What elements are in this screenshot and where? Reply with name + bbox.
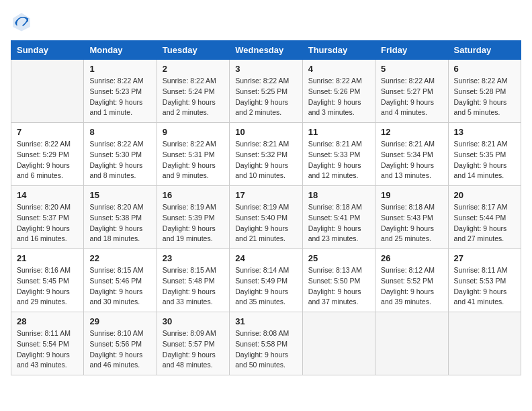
calendar-table: SundayMondayTuesdayWednesdayThursdayFrid… — [11, 40, 521, 375]
calendar-cell: 7Sunrise: 8:22 AMSunset: 5:29 PMDaylight… — [11, 123, 84, 186]
cell-info: Sunrise: 8:21 AMSunset: 5:33 PMDaylight:… — [308, 139, 369, 181]
calendar-cell: 19Sunrise: 8:18 AMSunset: 5:43 PMDayligh… — [375, 186, 448, 249]
day-number: 3 — [235, 64, 296, 74]
calendar-cell: 20Sunrise: 8:17 AMSunset: 5:44 PMDayligh… — [448, 186, 521, 249]
calendar-cell: 6Sunrise: 8:22 AMSunset: 5:28 PMDaylight… — [448, 60, 521, 123]
calendar-cell: 15Sunrise: 8:20 AMSunset: 5:38 PMDayligh… — [84, 186, 157, 249]
weekday-header-tuesday: Tuesday — [157, 41, 229, 60]
cell-info: Sunrise: 8:22 AMSunset: 5:24 PMDaylight:… — [163, 76, 224, 118]
day-number: 5 — [381, 64, 442, 74]
weekday-header-thursday: Thursday — [302, 41, 375, 60]
logo — [11, 11, 36, 32]
weekday-header-sunday: Sunday — [11, 41, 84, 60]
day-number: 7 — [17, 127, 78, 137]
calendar-cell: 23Sunrise: 8:15 AMSunset: 5:48 PMDayligh… — [157, 249, 229, 312]
calendar-cell — [302, 312, 375, 375]
day-number: 30 — [163, 316, 224, 326]
weekday-header-saturday: Saturday — [448, 41, 521, 60]
calendar-cell: 1Sunrise: 8:22 AMSunset: 5:23 PMDaylight… — [84, 60, 157, 123]
page-header — [11, 11, 521, 32]
calendar-cell: 21Sunrise: 8:16 AMSunset: 5:45 PMDayligh… — [11, 249, 84, 312]
calendar-cell: 14Sunrise: 8:20 AMSunset: 5:37 PMDayligh… — [11, 186, 84, 249]
cell-info: Sunrise: 8:15 AMSunset: 5:46 PMDaylight:… — [89, 265, 150, 308]
calendar-row-0: 1Sunrise: 8:22 AMSunset: 5:23 PMDaylight… — [11, 60, 521, 123]
cell-info: Sunrise: 8:19 AMSunset: 5:40 PMDaylight:… — [235, 202, 296, 244]
cell-info: Sunrise: 8:21 AMSunset: 5:35 PMDaylight:… — [454, 139, 515, 181]
cell-info: Sunrise: 8:22 AMSunset: 5:23 PMDaylight:… — [89, 76, 150, 118]
cell-info: Sunrise: 8:09 AMSunset: 5:57 PMDaylight:… — [163, 328, 224, 371]
calendar-row-3: 21Sunrise: 8:16 AMSunset: 5:45 PMDayligh… — [11, 249, 521, 312]
cell-info: Sunrise: 8:08 AMSunset: 5:58 PMDaylight:… — [235, 328, 296, 371]
calendar-cell — [375, 312, 448, 375]
cell-info: Sunrise: 8:21 AMSunset: 5:34 PMDaylight:… — [381, 139, 442, 181]
calendar-cell: 26Sunrise: 8:12 AMSunset: 5:52 PMDayligh… — [375, 249, 448, 312]
calendar-cell: 22Sunrise: 8:15 AMSunset: 5:46 PMDayligh… — [84, 249, 157, 312]
day-number: 19 — [381, 190, 442, 200]
cell-info: Sunrise: 8:22 AMSunset: 5:30 PMDaylight:… — [89, 139, 150, 181]
calendar-row-1: 7Sunrise: 8:22 AMSunset: 5:29 PMDaylight… — [11, 123, 521, 186]
calendar-cell: 10Sunrise: 8:21 AMSunset: 5:32 PMDayligh… — [230, 123, 302, 186]
calendar-cell: 27Sunrise: 8:11 AMSunset: 5:53 PMDayligh… — [448, 249, 521, 312]
calendar-cell: 8Sunrise: 8:22 AMSunset: 5:30 PMDaylight… — [84, 123, 157, 186]
calendar-cell: 12Sunrise: 8:21 AMSunset: 5:34 PMDayligh… — [375, 123, 448, 186]
weekday-header-row: SundayMondayTuesdayWednesdayThursdayFrid… — [11, 41, 521, 60]
calendar-cell: 30Sunrise: 8:09 AMSunset: 5:57 PMDayligh… — [157, 312, 229, 375]
cell-info: Sunrise: 8:20 AMSunset: 5:38 PMDaylight:… — [89, 202, 150, 244]
cell-info: Sunrise: 8:22 AMSunset: 5:26 PMDaylight:… — [308, 76, 369, 118]
calendar-cell: 2Sunrise: 8:22 AMSunset: 5:24 PMDaylight… — [157, 60, 229, 123]
cell-info: Sunrise: 8:22 AMSunset: 5:29 PMDaylight:… — [17, 139, 78, 181]
calendar-row-2: 14Sunrise: 8:20 AMSunset: 5:37 PMDayligh… — [11, 186, 521, 249]
cell-info: Sunrise: 8:17 AMSunset: 5:44 PMDaylight:… — [454, 202, 515, 244]
calendar-cell: 5Sunrise: 8:22 AMSunset: 5:27 PMDaylight… — [375, 60, 448, 123]
calendar-row-4: 28Sunrise: 8:11 AMSunset: 5:54 PMDayligh… — [11, 312, 521, 375]
cell-info: Sunrise: 8:22 AMSunset: 5:31 PMDaylight:… — [163, 139, 224, 181]
day-number: 15 — [89, 190, 150, 200]
calendar-cell: 31Sunrise: 8:08 AMSunset: 5:58 PMDayligh… — [230, 312, 302, 375]
day-number: 18 — [308, 190, 369, 200]
day-number: 23 — [163, 253, 224, 263]
day-number: 1 — [89, 64, 150, 74]
cell-info: Sunrise: 8:12 AMSunset: 5:52 PMDaylight:… — [381, 265, 442, 308]
day-number: 6 — [454, 64, 515, 74]
cell-info: Sunrise: 8:18 AMSunset: 5:43 PMDaylight:… — [381, 202, 442, 244]
day-number: 14 — [17, 190, 78, 200]
day-number: 29 — [89, 316, 150, 326]
day-number: 31 — [235, 316, 296, 326]
calendar-cell: 16Sunrise: 8:19 AMSunset: 5:39 PMDayligh… — [157, 186, 229, 249]
calendar-cell: 28Sunrise: 8:11 AMSunset: 5:54 PMDayligh… — [11, 312, 84, 375]
calendar-cell: 13Sunrise: 8:21 AMSunset: 5:35 PMDayligh… — [448, 123, 521, 186]
calendar-cell: 25Sunrise: 8:13 AMSunset: 5:50 PMDayligh… — [302, 249, 375, 312]
cell-info: Sunrise: 8:21 AMSunset: 5:32 PMDaylight:… — [235, 139, 296, 181]
weekday-header-monday: Monday — [84, 41, 157, 60]
day-number: 22 — [89, 253, 150, 263]
cell-info: Sunrise: 8:14 AMSunset: 5:49 PMDaylight:… — [235, 265, 296, 308]
calendar-cell: 18Sunrise: 8:18 AMSunset: 5:41 PMDayligh… — [302, 186, 375, 249]
calendar-cell: 3Sunrise: 8:22 AMSunset: 5:25 PMDaylight… — [230, 60, 302, 123]
calendar-cell: 9Sunrise: 8:22 AMSunset: 5:31 PMDaylight… — [157, 123, 229, 186]
day-number: 2 — [163, 64, 224, 74]
cell-info: Sunrise: 8:15 AMSunset: 5:48 PMDaylight:… — [163, 265, 224, 308]
day-number: 10 — [235, 127, 296, 137]
day-number: 20 — [454, 190, 515, 200]
cell-info: Sunrise: 8:20 AMSunset: 5:37 PMDaylight:… — [17, 202, 78, 244]
day-number: 26 — [381, 253, 442, 263]
calendar-header: SundayMondayTuesdayWednesdayThursdayFrid… — [11, 41, 521, 60]
calendar-cell: 4Sunrise: 8:22 AMSunset: 5:26 PMDaylight… — [302, 60, 375, 123]
cell-info: Sunrise: 8:19 AMSunset: 5:39 PMDaylight:… — [163, 202, 224, 244]
day-number: 4 — [308, 64, 369, 74]
day-number: 17 — [235, 190, 296, 200]
generalblue-logo-icon — [11, 11, 32, 32]
day-number: 27 — [454, 253, 515, 263]
cell-info: Sunrise: 8:10 AMSunset: 5:56 PMDaylight:… — [89, 328, 150, 371]
calendar-cell: 29Sunrise: 8:10 AMSunset: 5:56 PMDayligh… — [84, 312, 157, 375]
day-number: 12 — [381, 127, 442, 137]
day-number: 24 — [235, 253, 296, 263]
day-number: 21 — [17, 253, 78, 263]
day-number: 13 — [454, 127, 515, 137]
weekday-header-friday: Friday — [375, 41, 448, 60]
cell-info: Sunrise: 8:22 AMSunset: 5:28 PMDaylight:… — [454, 76, 515, 118]
cell-info: Sunrise: 8:22 AMSunset: 5:25 PMDaylight:… — [235, 76, 296, 118]
calendar-cell: 17Sunrise: 8:19 AMSunset: 5:40 PMDayligh… — [230, 186, 302, 249]
day-number: 9 — [163, 127, 224, 137]
calendar-cell: 24Sunrise: 8:14 AMSunset: 5:49 PMDayligh… — [230, 249, 302, 312]
